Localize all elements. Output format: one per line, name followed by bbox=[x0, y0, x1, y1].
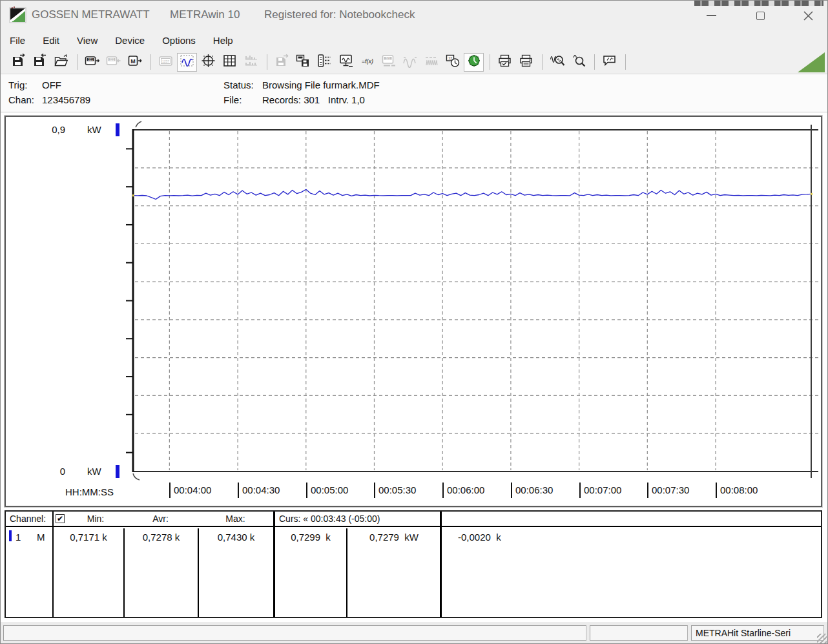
value-cursor2: 0,7279 kW bbox=[348, 532, 440, 543]
print-button[interactable] bbox=[516, 53, 536, 72]
status-label: Status: bbox=[223, 79, 262, 90]
chan-value: 123456789 bbox=[42, 94, 90, 105]
printer-icon bbox=[519, 54, 534, 70]
close-button[interactable] bbox=[795, 7, 821, 24]
toolbar-separator bbox=[150, 54, 151, 70]
x-axis-tick: 00:07:30 bbox=[647, 483, 689, 498]
file-label: File: bbox=[223, 94, 262, 105]
zoom-in-wave-icon bbox=[550, 54, 565, 70]
wave-single-icon bbox=[402, 54, 418, 70]
chan-label: Chan: bbox=[8, 94, 42, 105]
printer-check-icon bbox=[497, 54, 513, 70]
export-disk-button[interactable] bbox=[272, 53, 292, 72]
y-axis-unit-top: kW bbox=[87, 124, 101, 135]
statusbar-cell-middle bbox=[590, 625, 688, 641]
app-logo-icon bbox=[9, 6, 27, 26]
channel-number: 1 bbox=[16, 532, 21, 543]
zoom-in-button[interactable] bbox=[547, 53, 567, 72]
x-axis-tick: 00:05:00 bbox=[306, 483, 348, 498]
trigger-status: Trig:OFF bbox=[8, 79, 61, 90]
table-divider bbox=[52, 512, 54, 617]
svg-text:12: 12 bbox=[448, 56, 451, 60]
svg-text:=f(x): =f(x) bbox=[361, 58, 373, 65]
chart-panel: 0,9 kW 0 kW HH:MM:SS 00:04:0000:04:3000:… bbox=[5, 116, 822, 507]
meter-settings-icon: 321 bbox=[381, 54, 397, 70]
header-min: Min: bbox=[68, 514, 123, 524]
toolbar-corner-triangle bbox=[798, 52, 825, 72]
open-file-button[interactable] bbox=[51, 53, 71, 72]
print-preview-button[interactable] bbox=[495, 53, 515, 72]
write-device-button[interactable]: 321 bbox=[103, 53, 123, 72]
device-settings-button[interactable]: 321 bbox=[378, 53, 398, 72]
maximize-button[interactable] bbox=[747, 7, 773, 24]
header-cursor: Curs: « 00:03:43 (-05:00) bbox=[279, 514, 380, 524]
x-axis-tick-row: 00:04:0000:04:3000:05:0000:05:3000:06:00… bbox=[6, 483, 821, 499]
monitor-scope-button[interactable] bbox=[336, 53, 356, 72]
save-file-export-button[interactable] bbox=[8, 53, 28, 72]
header-channel: Channel: bbox=[10, 514, 46, 524]
meter-read-icon: 321 bbox=[85, 54, 100, 70]
maximize-icon bbox=[756, 12, 765, 20]
title-app-name: METRAwin 10 bbox=[170, 8, 240, 21]
menu-edit[interactable]: Edit bbox=[43, 35, 59, 46]
toolbar-separator bbox=[267, 54, 267, 70]
menu-options[interactable]: Options bbox=[162, 35, 196, 46]
power-chart[interactable] bbox=[6, 117, 821, 506]
formula-button[interactable]: =f(x) bbox=[357, 53, 377, 72]
device-to-disk-button[interactable] bbox=[293, 53, 313, 72]
table-header: Channel: ✔ Min: Avr: Max: Curs: « 00:03:… bbox=[6, 512, 821, 527]
chart-yt-button[interactable] bbox=[177, 53, 197, 72]
channel-row[interactable]: 1 M 0,7171 k 0,7278 k 0,7430 k 0,7299 k … bbox=[6, 528, 821, 544]
statusbar-cell-left bbox=[3, 625, 586, 641]
header-max: Max: bbox=[198, 514, 273, 524]
toolbar-separator bbox=[542, 54, 543, 70]
display-values-button[interactable]: 1257 bbox=[156, 53, 176, 72]
memory-read-icon: M bbox=[127, 54, 143, 70]
histogram-button[interactable] bbox=[241, 53, 261, 72]
crosshair-scope-icon bbox=[201, 54, 216, 70]
value-min: 0,7171 k bbox=[54, 532, 123, 543]
value-delta: -0,0020 k bbox=[458, 532, 501, 543]
monitor-wave-icon bbox=[338, 54, 354, 70]
title-brand: GOSSEN METRAWATT bbox=[32, 8, 150, 21]
stats-checkbox[interactable]: ✔ bbox=[56, 514, 65, 523]
resize-grip[interactable] bbox=[817, 634, 827, 643]
x-axis-tick: 00:06:00 bbox=[442, 483, 484, 498]
table-values-button[interactable] bbox=[220, 53, 240, 72]
menu-file[interactable]: File bbox=[10, 35, 25, 46]
annotation-button[interactable] bbox=[599, 53, 619, 72]
wave-compressed-button[interactable] bbox=[421, 53, 441, 72]
wave-compressed-icon bbox=[424, 54, 439, 70]
menu-view[interactable]: View bbox=[77, 35, 98, 46]
minimize-button[interactable] bbox=[698, 7, 724, 24]
open-folder-icon bbox=[54, 54, 69, 70]
read-device-button[interactable]: 321 bbox=[82, 53, 102, 72]
title-bar[interactable]: GOSSEN METRAWATT METRAwin 10 Registered … bbox=[1, 1, 827, 30]
channel-setup-button[interactable] bbox=[315, 53, 335, 72]
trig-label: Trig: bbox=[8, 79, 42, 90]
svg-text:M: M bbox=[130, 58, 136, 65]
x-axis-tick: 00:08:00 bbox=[716, 483, 758, 498]
menu-device[interactable]: Device bbox=[115, 35, 145, 46]
save-file-import-button[interactable] bbox=[30, 53, 50, 72]
zoom-out-button[interactable] bbox=[568, 53, 588, 72]
read-memory-button[interactable]: M bbox=[125, 53, 145, 72]
header-avr: Avr: bbox=[123, 514, 198, 524]
floppy-export-gray-icon bbox=[274, 54, 290, 70]
table-grid-icon bbox=[222, 54, 238, 70]
toolbar: 321 321 M 1257 =f(x) 321 bbox=[1, 50, 827, 74]
wave-single-button[interactable] bbox=[400, 53, 420, 72]
x-axis-tick: 00:04:30 bbox=[238, 483, 280, 498]
time-copy-button[interactable]: 12 bbox=[442, 53, 462, 72]
menu-help[interactable]: Help bbox=[213, 35, 233, 46]
time-absolute-button[interactable] bbox=[464, 53, 484, 72]
value-avr: 0,7278 k bbox=[125, 532, 198, 543]
toolbar-separator bbox=[625, 54, 626, 70]
x-axis-tick: 00:04:00 bbox=[169, 483, 211, 498]
chart-xy-button[interactable] bbox=[198, 53, 218, 72]
channel-marker-bottom bbox=[116, 465, 119, 478]
toolbar-separator bbox=[594, 54, 595, 70]
app-window: GOSSEN METRAWATT METRAwin 10 Registered … bbox=[0, 0, 828, 644]
channel-mode: M bbox=[37, 532, 45, 543]
statusbar-device-cell: METRAHit Starline-Seri bbox=[691, 625, 824, 641]
